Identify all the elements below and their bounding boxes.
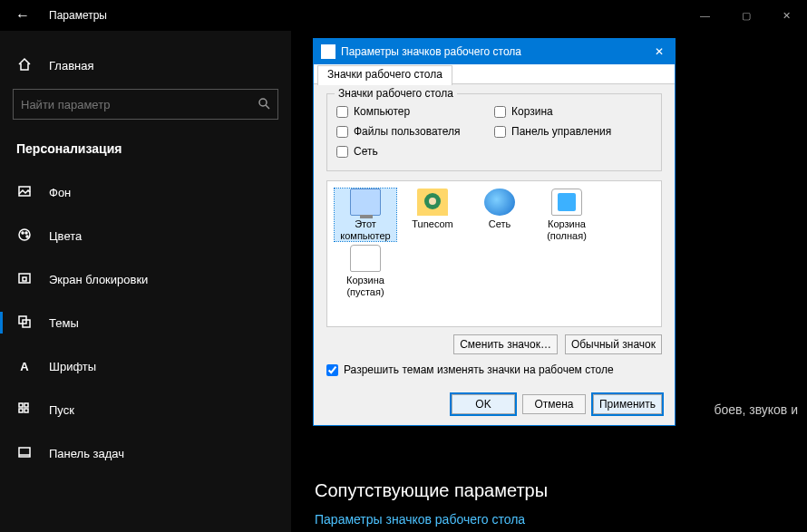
dialog-title: Параметры значков рабочего стола (341, 45, 651, 58)
svg-rect-10 (19, 403, 23, 407)
sidebar-item-label: Панель задач (49, 447, 124, 460)
sidebar-item-taskbar[interactable]: Панель задач (0, 435, 291, 471)
ok-button[interactable]: OK (452, 394, 515, 414)
svg-point-0 (259, 99, 267, 106)
icon-this-computer[interactable]: Этот компьютер (335, 189, 396, 241)
sidebar-item-background[interactable]: Фон (0, 174, 291, 210)
cancel-button[interactable]: Отмена (522, 394, 586, 414)
palette-icon (16, 227, 33, 245)
back-button[interactable]: ← (0, 7, 45, 24)
sidebar-item-label: Фон (49, 186, 71, 199)
sidebar-item-label: Шрифты (49, 360, 96, 373)
dialog-close-button[interactable]: ✕ (651, 45, 667, 58)
sidebar-item-lockscreen[interactable]: Экран блокировки (0, 261, 291, 297)
home-icon (16, 57, 33, 74)
icon-recycle-empty[interactable]: Корзина (пустая) (335, 245, 396, 297)
font-icon: A (16, 360, 33, 373)
svg-point-3 (22, 232, 24, 234)
sidebar-item-fonts[interactable]: A Шрифты (0, 348, 291, 384)
window-title: Параметры (45, 9, 685, 22)
desktop-icons-dialog: Параметры значков рабочего стола ✕ Значк… (313, 38, 676, 426)
body-fragment: боев, звуков и (714, 402, 798, 417)
icon-recycle-full[interactable]: Корзина (полная) (536, 189, 598, 241)
check-allow-themes[interactable]: Разрешить темам изменять значки на рабоч… (326, 360, 662, 376)
themes-icon (16, 314, 33, 332)
svg-rect-7 (23, 277, 26, 281)
check-network[interactable]: Сеть (336, 141, 494, 161)
icon-user-folder[interactable]: Tunecom (402, 189, 463, 241)
sidebar-item-start[interactable]: Пуск (0, 392, 291, 428)
svg-point-2 (19, 229, 30, 240)
search-icon (258, 97, 270, 112)
svg-rect-13 (24, 409, 28, 412)
picture-icon (16, 184, 33, 201)
maximize-button[interactable]: ▢ (725, 0, 766, 31)
sidebar-home[interactable]: Главная (0, 47, 291, 83)
sidebar-item-colors[interactable]: Цвета (0, 218, 291, 254)
check-recycle[interactable]: Корзина (494, 102, 652, 121)
check-controlpanel[interactable]: Панель управления (494, 121, 652, 141)
check-computer[interactable]: Компьютер (336, 102, 494, 121)
sidebar-item-label: Экран блокировки (49, 273, 148, 286)
icon-network[interactable]: Сеть (469, 189, 530, 241)
sidebar-item-label: Пуск (49, 403, 74, 417)
sidebar-home-label: Главная (49, 59, 93, 73)
svg-point-4 (25, 232, 27, 234)
minimize-button[interactable]: — (685, 0, 725, 31)
svg-point-5 (26, 236, 28, 237)
start-icon (16, 401, 33, 419)
sidebar-item-label: Темы (49, 316, 79, 330)
tab-desktop-icons[interactable]: Значки рабочего стола (317, 65, 452, 85)
search-box[interactable] (13, 89, 278, 120)
sidebar-item-themes[interactable]: Темы (0, 305, 291, 341)
search-input[interactable] (21, 98, 258, 111)
related-link[interactable]: Параметры значков рабочего стола (315, 512, 789, 527)
change-icon-button[interactable]: Сменить значок… (453, 334, 558, 354)
taskbar-icon (16, 445, 33, 462)
dialog-icon (321, 44, 335, 59)
section-label: Персонализация (0, 125, 291, 163)
check-userfiles[interactable]: Файлы пользователя (336, 121, 494, 141)
related-header: Сопутствующие параметры (315, 480, 789, 501)
svg-rect-11 (24, 403, 28, 407)
icon-preview-box: Этот компьютер Tunecom Сеть Корзина (пол… (326, 180, 662, 327)
svg-rect-12 (19, 409, 23, 412)
sidebar-item-label: Цвета (49, 229, 82, 243)
apply-button[interactable]: Применить (593, 394, 662, 414)
lock-screen-icon (16, 271, 33, 288)
group-label: Значки рабочего стола (335, 87, 457, 100)
desktop-icons-group: Значки рабочего стола Компьютер Файлы по… (326, 93, 662, 171)
close-button[interactable]: ✕ (766, 0, 807, 31)
default-icon-button[interactable]: Обычный значок (565, 334, 662, 354)
